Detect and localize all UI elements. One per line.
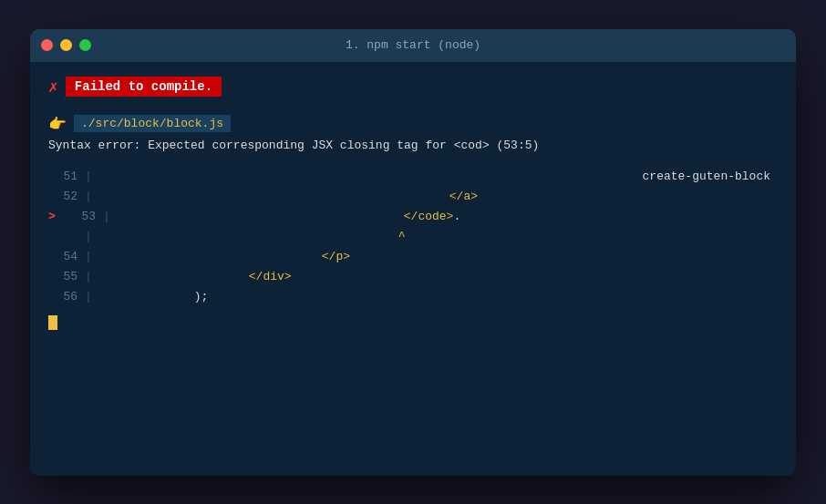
close-button[interactable] [41,39,53,51]
line-content: </div> [103,267,292,287]
error-caret: ^ [107,227,406,247]
line-number: 51 [48,167,77,187]
code-line-51: 51 | create-guten-block [48,167,778,187]
code-line-52: 52 | </a> [48,187,778,207]
error-header: ✗ Failed to compile. [48,77,778,97]
finger-icon: 👉 [48,115,67,133]
error-indicator-line: | ^ [48,227,778,247]
code-block: 51 | create-guten-block 52 | </a> > 53 |… [48,167,778,332]
code-line-55: 55 | </div> [48,267,778,287]
terminal-body: ✗ Failed to compile. 👉 ./src/block/block… [30,62,796,476]
terminal-window: 1. npm start (node) ✗ Failed to compile.… [30,29,796,476]
titlebar: 1. npm start (node) [30,29,796,62]
file-path: ./src/block/block.js [74,115,231,132]
error-arrow-icon: > [48,207,63,227]
minimize-button[interactable] [60,39,72,51]
right-label: create-guten-block [643,167,778,187]
code-line-54: 54 | </p> [48,247,778,267]
error-x-icon: ✗ [48,77,58,97]
line-content: ); [103,287,209,307]
line-number: 54 [48,247,77,267]
line-content: </p> [103,247,350,267]
line-content: </a> [103,187,478,207]
terminal-cursor [48,315,57,330]
cursor-line [48,311,778,331]
line-content: </code>. [121,207,460,227]
code-line-56: 56 | ); [48,287,778,307]
line-number: 55 [48,267,77,287]
window-title: 1. npm start (node) [346,38,480,52]
code-line-53: > 53 | </code>. [48,207,778,227]
syntax-error-text: Syntax error: Expected corresponding JSX… [48,139,778,152]
line-number: 52 [48,187,77,207]
line-number: 53 [67,207,96,227]
line-number: 56 [48,287,77,307]
maximize-button[interactable] [79,39,91,51]
file-line: 👉 ./src/block/block.js [48,115,778,133]
error-badge: Failed to compile. [66,77,222,97]
traffic-lights [41,39,91,51]
